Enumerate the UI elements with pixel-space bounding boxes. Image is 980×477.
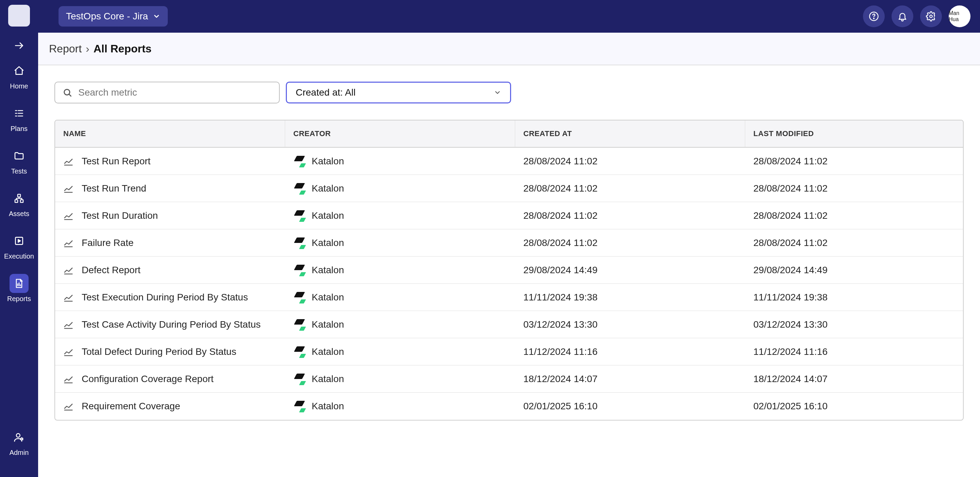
search-box[interactable] bbox=[54, 82, 280, 103]
katalon-logo-icon bbox=[293, 264, 305, 276]
report-name-cell[interactable]: Configuration Coverage Report bbox=[55, 366, 285, 392]
creator-name: Katalon bbox=[312, 156, 344, 167]
home-icon bbox=[14, 65, 24, 76]
katalon-logo-icon bbox=[293, 237, 305, 249]
sidebar-item-execution[interactable]: Execution bbox=[0, 231, 38, 260]
report-name: Test Execution During Period By Status bbox=[82, 292, 248, 303]
topbar: TestOps Core - Jira Man Hua bbox=[38, 0, 980, 33]
sidebar-item-tests[interactable]: Tests bbox=[0, 146, 38, 175]
creator-name: Katalon bbox=[312, 210, 344, 221]
last-modified-value: 28/08/2024 11:02 bbox=[753, 237, 827, 248]
help-icon bbox=[869, 11, 879, 21]
created-at-cell: 11/12/2024 11:16 bbox=[515, 338, 745, 365]
katalon-logo-icon bbox=[293, 318, 305, 331]
notifications-button[interactable] bbox=[891, 5, 913, 27]
creator-cell: Katalon bbox=[285, 366, 515, 392]
last-modified-cell: 02/01/2025 16:10 bbox=[745, 393, 963, 420]
creator-cell: Katalon bbox=[285, 148, 515, 175]
column-header-creator[interactable]: CREATOR bbox=[285, 121, 515, 147]
report-name-cell[interactable]: Test Execution During Period By Status bbox=[55, 284, 285, 311]
search-input[interactable] bbox=[78, 87, 272, 98]
search-icon bbox=[63, 88, 72, 97]
svg-point-15 bbox=[873, 18, 874, 19]
report-name-cell[interactable]: Failure Rate bbox=[55, 229, 285, 256]
sidebar-item-admin[interactable]: Admin bbox=[0, 428, 38, 456]
chart-icon bbox=[63, 211, 73, 221]
report-name-cell[interactable]: Requirement Coverage bbox=[55, 393, 285, 420]
last-modified-cell: 28/08/2024 11:02 bbox=[745, 202, 963, 229]
creator-cell: Katalon bbox=[285, 229, 515, 256]
table-row: Test Run Trend Katalon 28/08/2024 11:02 … bbox=[55, 175, 963, 202]
katalon-logo-icon bbox=[293, 182, 305, 195]
table-row: Test Execution During Period By Status K… bbox=[55, 284, 963, 311]
created-at-value: 29/08/2024 14:49 bbox=[523, 265, 598, 275]
created-at-cell: 28/08/2024 11:02 bbox=[515, 202, 745, 229]
created-at-cell: 11/11/2024 19:38 bbox=[515, 284, 745, 311]
last-modified-cell: 11/11/2024 19:38 bbox=[745, 284, 963, 311]
table-row: Requirement Coverage Katalon 02/01/2025 … bbox=[55, 393, 963, 420]
report-name: Defect Report bbox=[82, 265, 140, 275]
created-at-value: 18/12/2024 14:07 bbox=[523, 374, 598, 385]
chart-icon bbox=[63, 320, 73, 330]
created-at-value: 11/11/2024 19:38 bbox=[523, 292, 598, 303]
filter-label: Created at: All bbox=[296, 87, 356, 98]
chart-icon bbox=[63, 238, 73, 248]
report-name: Test Case Activity During Period By Stat… bbox=[82, 319, 261, 330]
reports-table: NAME CREATOR CREATED AT LAST MODIFIED Te… bbox=[54, 120, 964, 421]
column-header-name[interactable]: NAME bbox=[55, 121, 285, 147]
sidebar-collapse-button[interactable] bbox=[14, 40, 24, 51]
app-logo bbox=[8, 5, 30, 27]
column-header-last-modified[interactable]: LAST MODIFIED bbox=[745, 121, 963, 147]
created-at-filter[interactable]: Created at: All bbox=[286, 82, 511, 103]
created-at-value: 03/12/2024 13:30 bbox=[523, 319, 598, 330]
column-header-created-at[interactable]: CREATED AT bbox=[515, 121, 745, 147]
bell-icon bbox=[897, 11, 907, 21]
breadcrumb-root[interactable]: Report bbox=[49, 43, 82, 55]
folder-icon bbox=[14, 150, 24, 161]
report-name-cell[interactable]: Total Defect During Period By Status bbox=[55, 338, 285, 365]
sidebar-item-assets[interactable]: Assets bbox=[0, 189, 38, 218]
creator-name: Katalon bbox=[312, 401, 344, 412]
creator-name: Katalon bbox=[312, 374, 344, 385]
report-name-cell[interactable]: Test Run Trend bbox=[55, 175, 285, 202]
settings-button[interactable] bbox=[920, 5, 942, 27]
table-row: Test Run Report Katalon 28/08/2024 11:02… bbox=[55, 148, 963, 175]
creator-cell: Katalon bbox=[285, 256, 515, 283]
help-button[interactable] bbox=[863, 5, 885, 27]
last-modified-value: 11/11/2024 19:38 bbox=[753, 292, 827, 303]
creator-name: Katalon bbox=[312, 319, 344, 330]
report-name: Failure Rate bbox=[82, 237, 134, 248]
project-selector[interactable]: TestOps Core - Jira bbox=[59, 6, 168, 27]
chart-icon bbox=[63, 401, 73, 411]
created-at-cell: 18/12/2024 14:07 bbox=[515, 366, 745, 392]
sidebar-item-label: Execution bbox=[4, 253, 34, 260]
table-row: Defect Report Katalon 29/08/2024 14:49 2… bbox=[55, 256, 963, 284]
report-name-cell[interactable]: Defect Report bbox=[55, 256, 285, 283]
report-name-cell[interactable]: Test Run Report bbox=[55, 148, 285, 175]
sidebar-item-label: Home bbox=[10, 82, 28, 90]
arrow-right-icon bbox=[14, 40, 24, 51]
report-name-cell[interactable]: Test Case Activity During Period By Stat… bbox=[55, 311, 285, 338]
sidebar-item-plans[interactable]: Plans bbox=[0, 104, 38, 133]
creator-cell: Katalon bbox=[285, 393, 515, 420]
report-name: Requirement Coverage bbox=[82, 401, 180, 412]
sidebar-item-home[interactable]: Home bbox=[0, 61, 38, 90]
created-at-value: 28/08/2024 11:02 bbox=[523, 156, 598, 167]
created-at-value: 28/08/2024 11:02 bbox=[523, 183, 598, 194]
breadcrumb-current: All Reports bbox=[94, 43, 152, 55]
sidebar-item-reports[interactable]: Reports bbox=[0, 274, 38, 303]
chevron-down-icon bbox=[153, 13, 160, 20]
last-modified-cell: 28/08/2024 11:02 bbox=[745, 148, 963, 175]
chart-icon bbox=[63, 374, 73, 384]
report-name-cell[interactable]: Test Run Duration bbox=[55, 202, 285, 229]
sidebar-item-label: Plans bbox=[11, 125, 27, 133]
last-modified-value: 02/01/2025 16:10 bbox=[753, 401, 827, 412]
last-modified-value: 11/12/2024 11:16 bbox=[753, 347, 827, 357]
assets-icon bbox=[14, 193, 24, 204]
created-at-cell: 28/08/2024 11:02 bbox=[515, 175, 745, 202]
created-at-value: 11/12/2024 11:16 bbox=[523, 347, 598, 357]
user-avatar[interactable]: Man Hua bbox=[949, 5, 970, 27]
creator-cell: Katalon bbox=[285, 202, 515, 229]
created-at-value: 28/08/2024 11:02 bbox=[523, 210, 598, 221]
last-modified-cell: 03/12/2024 13:30 bbox=[745, 311, 963, 338]
